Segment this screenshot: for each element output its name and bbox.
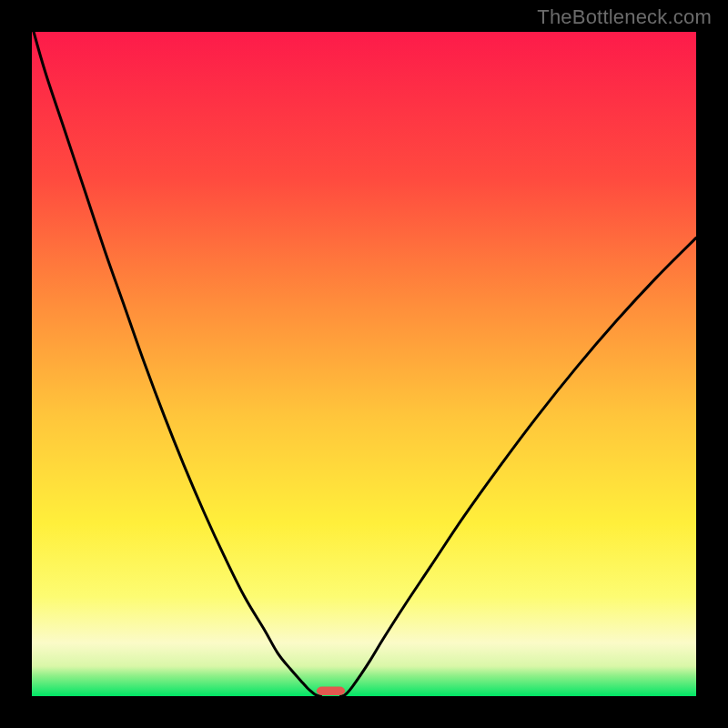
- chart-frame: [32, 32, 696, 696]
- gradient-background: [32, 32, 696, 696]
- watermark-text: TheBottleneck.com: [537, 5, 712, 29]
- bottleneck-chart: [32, 32, 696, 696]
- optimal-marker: [317, 687, 345, 695]
